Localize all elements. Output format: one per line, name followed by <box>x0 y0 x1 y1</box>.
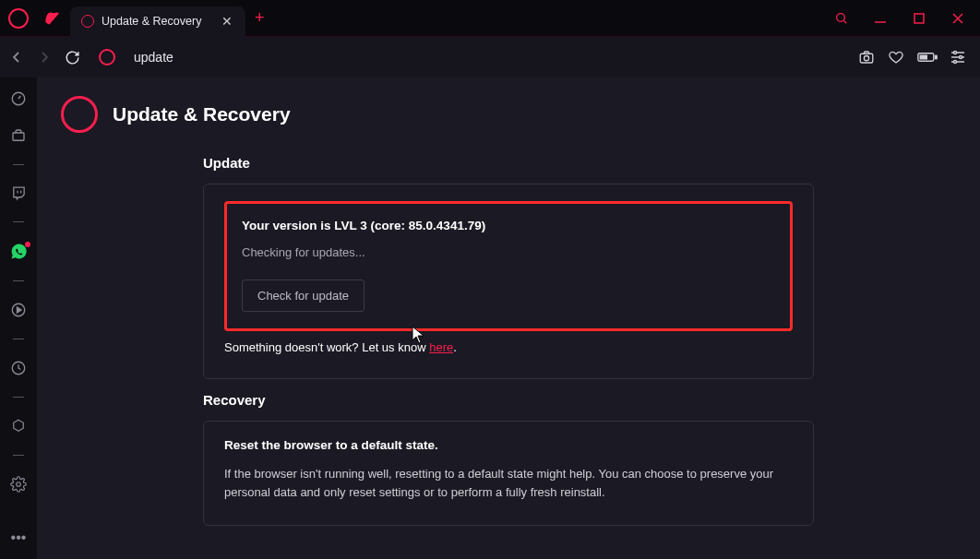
battery-icon[interactable] <box>917 51 938 64</box>
titlebar-left: Update & Recovery ✕ + <box>0 0 274 36</box>
heart-icon[interactable] <box>888 49 904 65</box>
recovery-section: Recovery Reset the browser to a default … <box>37 379 980 526</box>
recovery-reset-title: Reset the browser to a default state. <box>224 438 793 452</box>
opera-menu-button[interactable] <box>0 0 37 37</box>
content: Update & Recovery Update Your version is… <box>37 77 980 559</box>
new-tab-button[interactable]: + <box>245 8 274 28</box>
svg-point-25 <box>17 482 21 487</box>
recovery-reset-desc: If the browser isn't running well, reset… <box>224 465 793 501</box>
svg-point-16 <box>954 61 957 64</box>
version-prefix: Your version is <box>242 219 331 232</box>
player-icon[interactable] <box>10 302 27 318</box>
tab-title: Update & Recovery <box>102 15 212 28</box>
svg-rect-9 <box>935 55 937 58</box>
minimize-button[interactable] <box>869 12 891 25</box>
svg-point-7 <box>864 56 868 61</box>
easy-setup-icon[interactable] <box>950 50 965 65</box>
opera-icon <box>99 49 115 65</box>
body: ••• Update & Recovery Update Your versio… <box>0 77 980 559</box>
feedback-prefix: Something doesn't work? Let us know <box>224 340 429 354</box>
svg-point-0 <box>837 13 845 21</box>
sidebar-divider <box>13 280 24 281</box>
speed-dial-icon[interactable] <box>10 90 27 107</box>
svg-rect-3 <box>914 14 924 23</box>
sidebar-divider <box>13 397 24 398</box>
svg-point-14 <box>954 52 957 54</box>
svg-line-1 <box>843 20 846 23</box>
version-level: LVL 3 <box>334 219 367 232</box>
opera-icon <box>8 8 29 29</box>
feedback-line: Something doesn't work? Let us know here… <box>224 340 793 354</box>
forward-button[interactable] <box>37 50 52 65</box>
history-icon[interactable] <box>10 360 27 376</box>
sidebar-divider <box>13 221 24 222</box>
settings-icon[interactable] <box>10 476 27 493</box>
close-window-button[interactable] <box>947 12 969 25</box>
page-title: Update & Recovery <box>113 103 291 125</box>
sidebar-divider <box>13 455 24 456</box>
svg-point-15 <box>960 56 962 59</box>
recovery-card: Reset the browser to a default state. If… <box>203 421 814 526</box>
svg-marker-23 <box>18 307 22 313</box>
update-heading: Update <box>203 155 814 171</box>
close-tab-icon[interactable]: ✕ <box>220 14 234 29</box>
opera-icon <box>81 15 94 28</box>
mods-icon[interactable] <box>10 418 27 434</box>
svg-rect-10 <box>920 54 927 59</box>
address-right-icons <box>858 49 965 65</box>
sidebar: ••• <box>0 77 37 559</box>
recovery-heading: Recovery <box>203 392 814 408</box>
discord-button[interactable] <box>37 12 70 25</box>
reload-button[interactable] <box>65 50 80 65</box>
svg-rect-19 <box>13 133 24 140</box>
update-card: Your version is LVL 3 (core: 85.0.4341.7… <box>203 184 814 379</box>
address-bar: update <box>0 37 980 77</box>
maximize-button[interactable] <box>908 13 930 24</box>
more-icon[interactable]: ••• <box>11 529 27 559</box>
svg-line-18 <box>18 96 20 99</box>
sidebar-divider <box>13 164 24 165</box>
opera-logo-icon <box>61 96 98 133</box>
discord-icon <box>45 12 62 25</box>
update-highlight: Your version is LVL 3 (core: 85.0.4341.7… <box>224 201 793 331</box>
version-line: Your version is LVL 3 (core: 85.0.4341.7… <box>242 219 775 232</box>
page-header: Update & Recovery <box>37 77 980 142</box>
titlebar: Update & Recovery ✕ + <box>0 0 980 37</box>
twitch-icon[interactable] <box>11 185 27 201</box>
sidebar-divider <box>13 339 24 339</box>
feedback-suffix: . <box>453 340 457 354</box>
search-icon[interactable] <box>831 11 853 26</box>
back-button[interactable] <box>9 50 24 65</box>
feedback-link[interactable]: here <box>429 340 453 354</box>
version-core: (core: 85.0.4341.79) <box>371 219 486 232</box>
update-status: Checking for updates... <box>242 245 775 259</box>
tab-update-recovery[interactable]: Update & Recovery ✕ <box>70 6 245 37</box>
snapshot-icon[interactable] <box>858 49 875 65</box>
check-for-update-button[interactable]: Check for update <box>242 280 365 312</box>
address-text[interactable]: update <box>134 50 173 65</box>
svg-rect-6 <box>860 54 873 63</box>
whatsapp-icon[interactable] <box>10 243 28 260</box>
titlebar-right <box>831 11 980 26</box>
workspaces-icon[interactable] <box>10 127 27 144</box>
update-section: Update Your version is LVL 3 (core: 85.0… <box>37 142 980 379</box>
